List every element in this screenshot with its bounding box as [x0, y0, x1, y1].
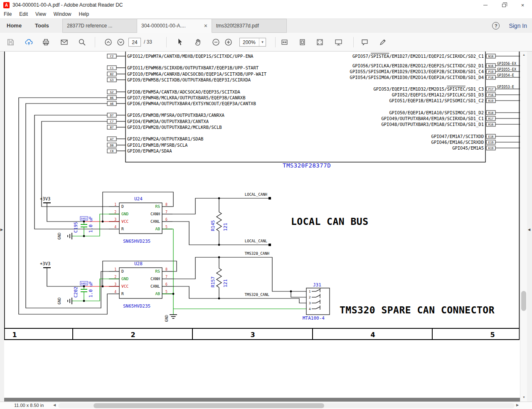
- svg-text:GPIO7/EPWM4B/MCLKRA/OUTPUTXBAR: GPIO7/EPWM4B/MCLKRA/OUTPUTXBAR5/EQEP3B/C…: [127, 95, 245, 100]
- horizontal-scrollbar[interactable]: [58, 403, 515, 408]
- menu-edit[interactable]: Edit: [15, 11, 32, 17]
- sign-in-button[interactable]: Sign In: [509, 22, 527, 29]
- svg-text:C2: C2: [110, 55, 113, 58]
- schematic-drawing: 12345TMS320F28377DC2GPIO12/EPWM7A/CANTXB…: [4, 52, 520, 398]
- email-icon: [60, 38, 68, 46]
- svg-text:6: 6: [165, 218, 167, 222]
- menu-bar: File Edit View Window Help: [0, 10, 532, 19]
- share-cloud-button[interactable]: [22, 35, 35, 49]
- svg-text:7: 7: [165, 275, 167, 279]
- tab-home[interactable]: Home: [7, 19, 22, 33]
- close-button[interactable]: ×: [513, 0, 532, 10]
- zoom-level-dropdown[interactable]: 200% ▾: [239, 38, 266, 47]
- save-button[interactable]: [4, 35, 17, 49]
- svg-text:GPIO51/EQEP1B/EM1A11/SPISOMIC/: GPIO51/EQEP1B/EM1A11/SPISOMIC/SD1_C2: [389, 98, 484, 103]
- svg-text:D: D: [121, 204, 124, 209]
- print-button[interactable]: [39, 35, 52, 49]
- zoom-out-button[interactable]: [209, 35, 222, 49]
- svg-text:GPIO54/SPISIMOA/EM1D30/EM2D14/: GPIO54/SPISIMOA/EM1D30/EM2D14/EQEP2A/SCI…: [350, 75, 484, 80]
- doc-tab-1[interactable]: 28377D reference ...: [62, 19, 137, 33]
- hscroll-right-icon[interactable]: ▶: [516, 403, 519, 407]
- zoom-in-button[interactable]: [222, 35, 235, 49]
- vscroll-thumb[interactable]: [521, 291, 526, 311]
- comment-button[interactable]: [358, 35, 371, 49]
- doc-tab-label: 28377D reference ...: [67, 23, 133, 29]
- svg-text:GPIO3/EPWM2B/OUTPUTXBAR2/MCLKR: GPIO3/EPWM2B/OUTPUTXBAR2/MCLKRB/SCLB: [127, 125, 222, 130]
- fit-width-button[interactable]: [278, 35, 291, 49]
- svg-text:SN65HVD235: SN65HVD235: [123, 239, 150, 244]
- svg-text:R18: R18: [488, 111, 494, 115]
- window-title: 304-000001-00-A.pdf - Adobe Acrobat Read…: [12, 2, 123, 8]
- svg-text:VCC: VCC: [121, 219, 128, 224]
- menu-window[interactable]: Window: [50, 11, 75, 17]
- svg-text:D: D: [121, 269, 124, 273]
- svg-text:LOCAL CAN BUS: LOCAL CAN BUS: [291, 216, 369, 227]
- svg-text:+3V3: +3V3: [40, 196, 50, 201]
- doc-tab-label: 304-000001-00-A....: [141, 23, 202, 29]
- svg-text:2: 2: [114, 210, 116, 214]
- email-button[interactable]: [57, 35, 71, 49]
- svg-text:GPIO47/EM1A7/SCITXDD: GPIO47/EM1A7/SCITXDD: [431, 134, 484, 139]
- svg-text:3: 3: [114, 218, 116, 222]
- chevron-down-icon[interactable]: ▾: [259, 38, 266, 46]
- pdf-page[interactable]: 12345TMS320F28377DC2GPIO12/EPWM7A/CANTXB…: [4, 52, 520, 398]
- pencil-icon: [379, 38, 387, 46]
- hscroll-thumb[interactable]: [94, 403, 324, 408]
- svg-text:C7: C7: [110, 120, 113, 123]
- vertical-scrollbar[interactable]: ▲ ▼: [520, 52, 527, 402]
- svg-text:GND: GND: [121, 276, 128, 281]
- toolbar-separator: [353, 37, 354, 47]
- scroll-up-icon[interactable]: ▲: [520, 53, 527, 56]
- left-panel-toggle-icon[interactable]: ▶: [0, 228, 3, 232]
- scroll-down-icon[interactable]: ▼: [520, 396, 527, 399]
- svg-text:1: 1: [114, 203, 116, 207]
- previous-page-button[interactable]: [101, 35, 115, 49]
- menu-help[interactable]: Help: [75, 11, 93, 17]
- tab-close-icon[interactable]: ×: [204, 22, 207, 29]
- svg-text:B6: B6: [110, 96, 113, 100]
- svg-text:A6: A6: [110, 102, 113, 106]
- svg-text:TMS320 SPARE CAN CONNECTOR: TMS320 SPARE CAN CONNECTOR: [340, 305, 495, 315]
- svg-text:GND: GND: [57, 232, 62, 239]
- svg-text:GPIO53/EQEP1I/EM1D32/EM2D15/SP: GPIO53/EQEP1I/EM1D32/EM2D15/SPISTEC/SD1_…: [373, 86, 484, 92]
- tab-tools[interactable]: Tools: [35, 19, 49, 33]
- svg-text:GPIO12/EPWM7A/CANTXB/MDXB/EQEP: GPIO12/EPWM7A/CANTXB/MDXB/EQEP1S/SCITXDC…: [127, 54, 254, 59]
- restore-button[interactable]: [495, 0, 513, 10]
- zoom-out-icon: [212, 38, 220, 46]
- svg-text:N18: N18: [488, 55, 494, 58]
- svg-text:GPIO55/SPISOMIA/EM1D29/EM2D13/: GPIO55/SPISOMIA/EM1D29/EM2D13/EQEP2B/SCI…: [350, 69, 484, 74]
- menu-view[interactable]: View: [32, 11, 50, 17]
- right-panel-toggle-icon[interactable]: ◀: [528, 228, 530, 232]
- svg-text:R: R: [121, 227, 124, 231]
- window-controls: ×: [476, 0, 532, 10]
- minimize-button[interactable]: [476, 0, 495, 10]
- svg-text:TMS320_CANH: TMS320_CANH: [244, 251, 269, 256]
- page-number-input[interactable]: [128, 38, 141, 47]
- hscroll-left-icon[interactable]: ◀: [53, 403, 56, 407]
- svg-text:GPIO2/EPWM2A/OUTPUTXBAR1/SDAB: GPIO2/EPWM2A/OUTPUTXBAR1/SDAB: [127, 136, 203, 141]
- presentation-mode-button[interactable]: [332, 35, 345, 49]
- draw-tool-button[interactable]: [376, 35, 389, 49]
- next-page-button[interactable]: [114, 35, 127, 49]
- page-count-label: / 33: [144, 33, 152, 52]
- select-tool-button[interactable]: [173, 35, 187, 49]
- svg-text:0402: 0402: [81, 217, 87, 220]
- fit-page-button[interactable]: [296, 35, 309, 49]
- svg-text:3: 3: [114, 283, 116, 286]
- svg-text:GPIO56/SPICLKA/EM1D28/EM2D12/E: GPIO56/SPICLKA/EM1D28/EM2D12/EQEP2S/SCIT…: [352, 63, 484, 69]
- doc-tab-3[interactable]: tms320f28377d.pdf: [212, 19, 287, 33]
- svg-text:N16: N16: [488, 64, 494, 68]
- hand-tool-button[interactable]: [191, 35, 204, 49]
- banner-labels: LOCAL CAN BUSTMS320 SPARE CAN CONNECTOR: [291, 216, 495, 315]
- search-button[interactable]: [75, 35, 89, 49]
- svg-text:P16: P16: [488, 94, 494, 97]
- svg-text:U28: U28: [134, 261, 143, 266]
- help-icon[interactable]: ?: [492, 22, 500, 30]
- svg-text:B2: B2: [110, 73, 113, 76]
- menu-file[interactable]: File: [0, 11, 15, 17]
- tab-bar-right: ? Sign In: [492, 19, 527, 33]
- doc-tab-2-active[interactable]: 304-000001-00-A.... ×: [137, 19, 212, 33]
- svg-text:TMS320_CANL: TMS320_CANL: [244, 293, 269, 297]
- svg-text:GPIO10/EPWM6A/CANRXB/ADCSOCBO/: GPIO10/EPWM6A/CANRXB/ADCSOCBO/EQEP1A/SCI…: [127, 71, 267, 76]
- actual-size-button[interactable]: [313, 35, 326, 49]
